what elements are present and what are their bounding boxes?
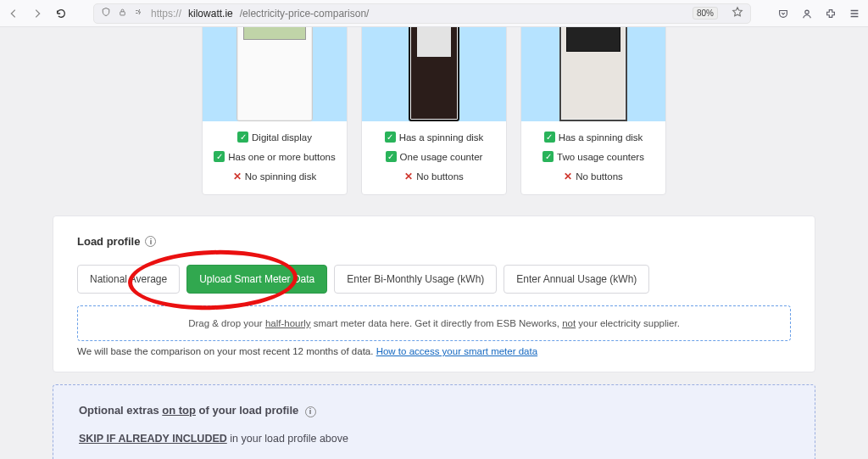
meter-card: ✓Digital display ✓Has one or more button… [202,27,348,195]
check-icon: ✓ [386,151,397,162]
how-to-access-link[interactable]: How to access your smart meter data [376,346,537,356]
svg-rect-0 [120,11,125,14]
lock-icon [118,8,127,20]
tab-national-average[interactable]: National Average [77,265,180,294]
meter-feature: ✓Two usage counters [542,151,644,162]
url-path: /electricity-price-comparison/ [240,8,370,20]
url-protocol: https:// [151,8,181,20]
meter-feature: ✓Has a spinning disk [385,132,484,143]
meter-image [521,27,665,121]
optional-subheading: SKIP IF ALREADY INCLUDED in your load pr… [79,433,789,445]
info-icon[interactable]: i [305,406,316,417]
meter-cards-row: ✓Digital display ✓Has one or more button… [53,27,815,195]
bookmark-star-icon[interactable] [732,6,743,20]
meter-feature: ✓Has a spinning disk [544,132,643,143]
check-icon: ✓ [237,132,248,143]
tab-upload-smart-meter[interactable]: Upload Smart Meter Data [186,265,327,294]
meter-feature: ✓Digital display [237,132,312,143]
check-icon: ✓ [542,151,554,162]
smart-meter-dropzone[interactable]: Drag & drop your half-hourly smart meter… [77,305,791,341]
check-icon: ✓ [385,132,396,143]
permissions-icon [134,7,144,20]
back-icon[interactable] [7,7,20,20]
check-icon: ✓ [214,151,225,162]
x-icon: ✕ [564,171,572,182]
meter-image [362,27,506,121]
address-bar[interactable]: https://kilowatt.ie/electricity-price-co… [93,3,751,24]
zoom-badge[interactable]: 80% [693,7,718,20]
meter-feature: ✓One usage counter [386,151,483,162]
meter-feature: ✕No buttons [564,171,623,182]
meter-feature: ✕No buttons [404,171,464,182]
load-profile-note: We will base the comparison on your most… [77,346,791,356]
optional-heading: Optional extras on top of your load prof… [79,404,789,417]
tab-bimonthly-usage[interactable]: Enter Bi-Monthly Usage (kWh) [334,265,497,294]
forward-icon[interactable] [31,7,44,20]
svg-point-1 [805,10,809,14]
info-icon[interactable]: i [145,236,156,247]
optional-extras-panel: Optional extras on top of your load prof… [53,384,815,459]
meter-feature: ✓Has one or more buttons [214,151,336,162]
meter-feature: ✕No spinning disk [233,171,316,182]
load-profile-heading: Load profile i [77,235,791,248]
meter-card: ✓Has a spinning disk ✓One usage counter … [361,27,507,195]
url-host: kilowatt.ie [188,8,233,20]
pocket-icon[interactable] [776,7,790,20]
menu-icon[interactable] [848,7,861,20]
check-icon: ✓ [544,132,555,143]
tab-annual-usage[interactable]: Enter Annual Usage (kWh) [504,265,649,294]
load-profile-tabs: National Average Upload Smart Meter Data… [77,265,791,294]
x-icon: ✕ [233,171,242,182]
browser-toolbar: https://kilowatt.ie/electricity-price-co… [0,0,868,27]
reload-icon[interactable] [54,7,68,20]
x-icon: ✕ [404,171,413,182]
load-profile-panel: Load profile i National Average Upload S… [53,216,815,372]
extensions-icon[interactable] [824,7,837,20]
meter-image [203,27,347,121]
shield-icon [101,7,111,20]
meter-card: ✓Has a spinning disk ✓Two usage counters… [520,27,666,195]
account-icon[interactable] [800,7,814,20]
